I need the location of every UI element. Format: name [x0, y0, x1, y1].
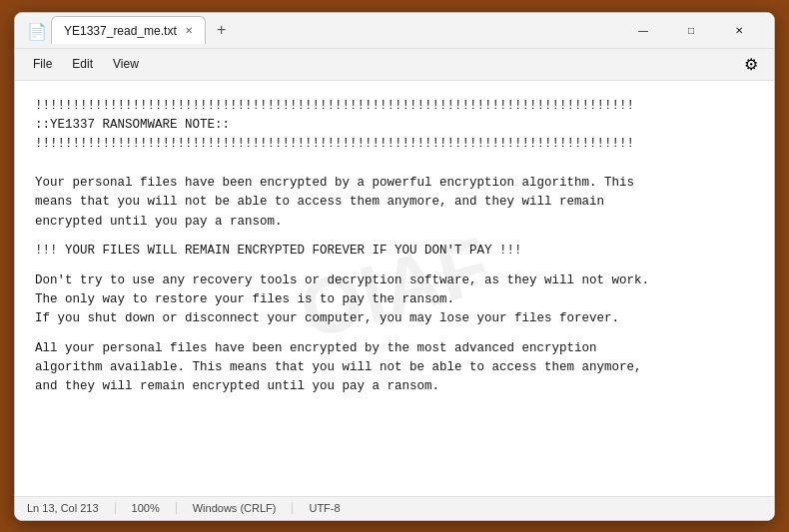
- window-controls: — □ ✕: [620, 16, 762, 44]
- menu-bar: File Edit View ⚙: [15, 49, 774, 81]
- menu-edit[interactable]: Edit: [62, 53, 103, 75]
- paragraph-2: Don't try to use any recovery tools or d…: [35, 271, 754, 329]
- ransomware-title: ::YE1337 RANSOMWARE NOTE::: [35, 116, 754, 135]
- exclamation-line-2: !!!!!!!!!!!!!!!!!!!!!!!!!!!!!!!!!!!!!!!!…: [35, 135, 754, 154]
- encoding: UTF-8: [293, 502, 356, 514]
- active-tab[interactable]: YE1337_read_me.txt ✕: [51, 16, 206, 44]
- settings-icon[interactable]: ⚙: [736, 51, 766, 78]
- menu-file[interactable]: File: [23, 53, 62, 75]
- line-ending: Windows (CRLF): [177, 502, 294, 514]
- zoom-level: 100%: [116, 502, 177, 514]
- status-bar: Ln 13, Col 213 100% Windows (CRLF) UTF-8: [15, 496, 774, 520]
- ransomware-note: !!!!!!!!!!!!!!!!!!!!!!!!!!!!!!!!!!!!!!!!…: [35, 97, 754, 397]
- text-content-area[interactable]: OIAF !!!!!!!!!!!!!!!!!!!!!!!!!!!!!!!!!!!…: [15, 81, 774, 496]
- title-bar: 📄 YE1337_read_me.txt ✕ + — □ ✕: [15, 13, 774, 49]
- notepad-window: 📄 YE1337_read_me.txt ✕ + — □ ✕ File Edit…: [14, 12, 775, 521]
- menu-view[interactable]: View: [103, 53, 149, 75]
- close-button[interactable]: ✕: [716, 16, 762, 44]
- minimize-button[interactable]: —: [620, 16, 666, 44]
- new-tab-button[interactable]: +: [208, 16, 236, 44]
- paragraph-warning: !!! YOUR FILES WILL REMAIN ENCRYPTED FOR…: [35, 242, 754, 261]
- tab-close-button[interactable]: ✕: [185, 26, 193, 36]
- maximize-button[interactable]: □: [668, 16, 714, 44]
- cursor-position: Ln 13, Col 213: [27, 502, 116, 514]
- tab-area: YE1337_read_me.txt ✕ +: [51, 16, 236, 44]
- file-icon: 📄: [27, 22, 43, 38]
- paragraph-1: Your personal files have been encrypted …: [35, 174, 754, 232]
- tab-label: YE1337_read_me.txt: [64, 24, 177, 38]
- paragraph-3: All your personal files have been encryp…: [35, 339, 754, 397]
- exclamation-line-1: !!!!!!!!!!!!!!!!!!!!!!!!!!!!!!!!!!!!!!!!…: [35, 97, 754, 116]
